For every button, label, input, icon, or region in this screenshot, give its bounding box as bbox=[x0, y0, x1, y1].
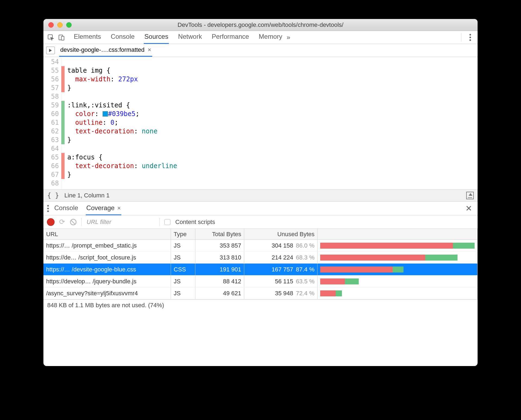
close-drawer-icon[interactable]: ✕ bbox=[464, 204, 474, 213]
coverage-mark bbox=[61, 57, 65, 66]
col-bar bbox=[317, 229, 478, 239]
tab-console[interactable]: Console bbox=[110, 31, 135, 44]
coverage-row[interactable]: /async_survey?site=ylj5ifxusvvmr4JS49 62… bbox=[43, 287, 478, 299]
coverage-mark bbox=[61, 170, 65, 179]
tab-sources[interactable]: Sources bbox=[144, 31, 169, 44]
coverage-mark bbox=[61, 118, 65, 127]
line-number: 60 bbox=[43, 110, 59, 118]
cell-unused: 56 11563.5 % bbox=[244, 275, 317, 287]
coverage-mark bbox=[61, 127, 65, 136]
line-number: 57 bbox=[43, 84, 59, 92]
line-number: 65 bbox=[43, 153, 59, 162]
content-scripts-checkbox[interactable] bbox=[164, 219, 170, 225]
code-line: text-decoration: none bbox=[67, 127, 177, 136]
cell-total: 313 810 bbox=[195, 252, 244, 263]
cell-bar bbox=[317, 240, 478, 251]
code-line: max-width: 272px bbox=[67, 75, 177, 84]
drawer-tab-coverage[interactable]: Coverage× bbox=[86, 201, 121, 215]
cell-total: 191 901 bbox=[195, 264, 244, 275]
coverage-table-header: URL Type Total Bytes Unused Bytes bbox=[43, 229, 478, 240]
inspect-element-icon[interactable] bbox=[46, 33, 55, 42]
coverage-mark bbox=[61, 153, 65, 162]
coverage-row[interactable]: https://… /devsite-google-blue.cssCSS191… bbox=[43, 264, 478, 275]
file-tab[interactable]: devsite-google-….css:formatted × bbox=[59, 44, 152, 57]
clear-icon[interactable] bbox=[70, 219, 77, 225]
coverage-mark bbox=[61, 84, 65, 92]
code-line bbox=[67, 144, 177, 153]
line-gutter: 545556575859606162636465666768 bbox=[43, 57, 61, 189]
coverage-table-body: https://… /prompt_embed_static.jsJS353 8… bbox=[43, 240, 478, 299]
code-content: table img { max-width: 272px} :link,:vis… bbox=[65, 57, 177, 189]
col-url[interactable]: URL bbox=[43, 229, 171, 239]
code-line: a:focus { bbox=[67, 153, 177, 162]
coverage-mark bbox=[61, 162, 65, 170]
navigator-toggle-icon[interactable] bbox=[46, 47, 55, 54]
line-number: 56 bbox=[43, 75, 59, 84]
coverage-mark bbox=[61, 92, 65, 101]
cell-bar bbox=[317, 264, 478, 275]
coverage-footer: 848 KB of 1.1 MB bytes are not used. (74… bbox=[43, 299, 478, 311]
cell-bar bbox=[317, 252, 478, 263]
line-number: 54 bbox=[43, 57, 59, 66]
close-window-icon[interactable] bbox=[48, 22, 54, 28]
cell-unused: 304 15886.0 % bbox=[244, 240, 317, 251]
minimize-window-icon[interactable] bbox=[57, 22, 63, 28]
window-title: DevTools - developers.google.com/web/too… bbox=[43, 21, 478, 28]
cell-unused: 214 22468.3 % bbox=[244, 252, 317, 263]
coverage-row[interactable]: https://… /prompt_embed_static.jsJS353 8… bbox=[43, 240, 478, 252]
code-line: text-decoration: underline bbox=[67, 162, 177, 170]
cell-total: 49 621 bbox=[195, 287, 244, 299]
col-unused[interactable]: Unused Bytes bbox=[244, 229, 317, 239]
code-line bbox=[67, 92, 177, 101]
close-file-icon[interactable]: × bbox=[148, 46, 151, 53]
line-number: 62 bbox=[43, 127, 59, 136]
line-number: 64 bbox=[43, 144, 59, 153]
show-drawer-icon[interactable] bbox=[466, 192, 474, 199]
cell-bar bbox=[317, 287, 478, 299]
coverage-row[interactable]: https://de… /script_foot_closure.jsJS313… bbox=[43, 252, 478, 264]
reload-icon[interactable]: ⟳ bbox=[59, 218, 65, 226]
cell-url: https://… /devsite-google-blue.css bbox=[43, 264, 171, 275]
line-number: 66 bbox=[43, 162, 59, 170]
zoom-window-icon[interactable] bbox=[66, 22, 72, 28]
divider bbox=[81, 218, 82, 226]
code-line: :link,:visited { bbox=[67, 101, 177, 110]
line-number: 58 bbox=[43, 92, 59, 101]
cell-type: CSS bbox=[171, 264, 195, 275]
col-type[interactable]: Type bbox=[171, 229, 195, 239]
line-number: 55 bbox=[43, 66, 59, 75]
divider bbox=[461, 33, 461, 41]
drawer-menu-icon[interactable] bbox=[47, 205, 49, 212]
col-total[interactable]: Total Bytes bbox=[195, 229, 244, 239]
tab-elements[interactable]: Elements bbox=[73, 31, 101, 44]
file-tabbar: devsite-google-….css:formatted × bbox=[43, 44, 478, 57]
cell-url: https://… /prompt_embed_static.js bbox=[43, 240, 171, 251]
code-line: } bbox=[67, 136, 177, 144]
coverage-mark bbox=[61, 179, 65, 188]
pretty-print-icon[interactable]: { } bbox=[47, 192, 59, 199]
coverage-mark bbox=[61, 66, 65, 75]
divider bbox=[159, 218, 160, 226]
drawer-tab-console[interactable]: Console bbox=[54, 201, 79, 215]
code-line: table img { bbox=[67, 66, 177, 75]
line-number: 59 bbox=[43, 101, 59, 110]
coverage-mark bbox=[61, 75, 65, 84]
device-toolbar-icon[interactable] bbox=[57, 33, 66, 42]
tab-performance[interactable]: Performance bbox=[211, 31, 249, 44]
tab-network[interactable]: Network bbox=[177, 31, 202, 44]
cell-unused: 167 75787.4 % bbox=[244, 264, 317, 275]
coverage-row[interactable]: https://develop… /jquery-bundle.jsJS88 4… bbox=[43, 275, 478, 287]
kebab-menu-icon[interactable] bbox=[469, 34, 471, 41]
more-tabs-icon[interactable]: » bbox=[283, 34, 294, 41]
close-tab-icon[interactable]: × bbox=[117, 205, 121, 211]
line-number: 63 bbox=[43, 136, 59, 144]
line-number: 61 bbox=[43, 118, 59, 127]
code-editor[interactable]: 545556575859606162636465666768 table img… bbox=[43, 57, 478, 189]
url-filter-input[interactable]: URL filter bbox=[87, 219, 146, 226]
record-icon[interactable] bbox=[47, 219, 54, 226]
cell-bar bbox=[317, 275, 478, 287]
tab-memory[interactable]: Memory bbox=[258, 31, 283, 44]
cell-url: https://develop… /jquery-bundle.js bbox=[43, 275, 171, 287]
coverage-toolbar: ⟳ URL filter Content scripts bbox=[43, 215, 478, 229]
main-tabbar: ElementsConsoleSourcesNetworkPerformance… bbox=[43, 31, 478, 44]
